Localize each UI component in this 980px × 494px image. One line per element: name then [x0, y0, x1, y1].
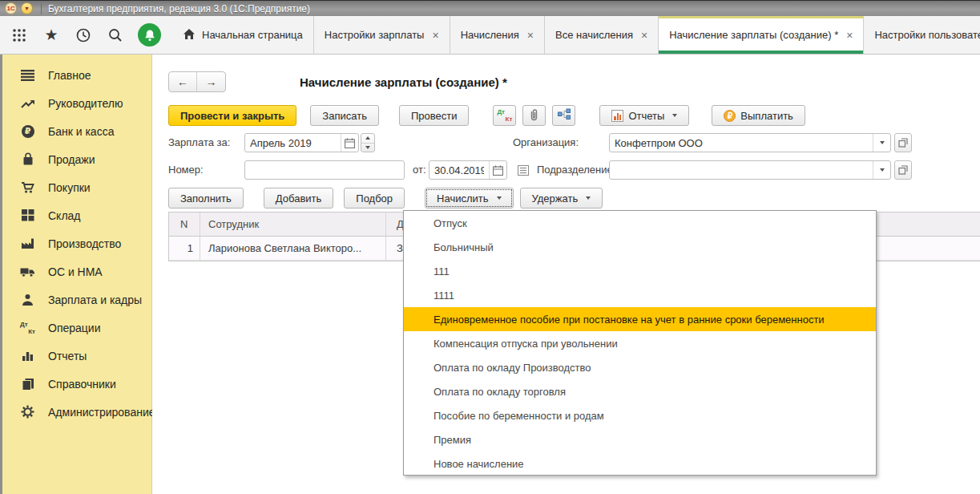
post-and-close-button[interactable]: Провести и закрыть	[168, 105, 296, 126]
sidebar-item-os-nma[interactable]: ОС и НМА	[2, 257, 151, 285]
sidebar-item-label: Администрирование	[48, 406, 155, 419]
quick-icons: ★	[0, 16, 172, 54]
date-field[interactable]	[429, 160, 507, 180]
forward-button[interactable]: →	[197, 72, 225, 91]
menu-lines-icon	[20, 67, 35, 83]
organization-label: Организация:	[513, 133, 579, 152]
month-stepper[interactable]	[361, 133, 375, 152]
sidebar-item-main[interactable]: Главное	[2, 61, 151, 89]
ruble-coin-icon: ₽	[724, 110, 736, 122]
close-icon[interactable]: ×	[846, 29, 853, 42]
close-icon[interactable]: ×	[432, 29, 438, 42]
row-number-cell: 1	[169, 237, 200, 260]
tab-home[interactable]: Начальная страница	[172, 16, 314, 54]
calendar-icon[interactable]	[341, 134, 358, 152]
department-dropdown-arrow[interactable]	[873, 161, 890, 179]
tab-accruals[interactable]: Начисления ×	[450, 16, 545, 54]
number-input[interactable]	[245, 161, 404, 179]
column-header-employee[interactable]: Сотрудник	[200, 213, 385, 236]
menu-item-new-accrual[interactable]: Новое начисление	[404, 451, 876, 476]
attachments-button[interactable]	[522, 105, 546, 126]
department-input[interactable]	[610, 161, 873, 179]
menu-item-111[interactable]: 111	[404, 259, 876, 283]
favorites-star-icon[interactable]: ★	[42, 26, 61, 45]
dt-kt-postings-button[interactable]: ДтКт	[493, 105, 516, 126]
titlebar-menu-button[interactable]: ▼	[21, 2, 33, 14]
department-open-button[interactable]	[894, 160, 912, 180]
salary-month-field[interactable]	[244, 133, 359, 152]
close-icon[interactable]: ×	[527, 29, 534, 42]
menu-item-early-pregnancy-benefit[interactable]: Единовременное пособие при постановке на…	[404, 307, 876, 331]
save-button[interactable]: Записать	[310, 105, 379, 126]
sidebar-item-reports[interactable]: Отчеты	[2, 342, 151, 370]
sidebar-item-production[interactable]: Производство	[2, 229, 151, 257]
structure-button[interactable]	[552, 105, 575, 126]
organization-input[interactable]	[610, 134, 873, 152]
sidebar-item-label: Главное	[48, 69, 91, 82]
sidebar-item-label: Производство	[48, 237, 121, 250]
organization-field[interactable]	[609, 133, 891, 152]
withhold-button[interactable]: Удержать	[520, 188, 603, 209]
salary-month-input[interactable]	[245, 134, 341, 152]
sidebar-item-warehouse[interactable]: Склад	[2, 201, 151, 229]
menu-item-maternity-benefit[interactable]: Пособие по беременности и родам	[404, 403, 876, 427]
department-field[interactable]	[609, 160, 891, 180]
sidebar-item-bank-cash[interactable]: ₽ Банк и касса	[2, 117, 151, 145]
fill-button[interactable]: Заполнить	[168, 188, 244, 209]
menu-item-sick-leave[interactable]: Больничный	[404, 235, 876, 259]
chevron-down-icon	[672, 114, 677, 117]
tab-salary-settings[interactable]: Настройки зарплаты ×	[314, 16, 450, 54]
sidebar-item-salary-hr[interactable]: Зарплата и кадры	[2, 285, 151, 314]
history-nav: ← →	[168, 71, 226, 92]
sidebar-item-label: ОС и НМА	[48, 265, 103, 278]
menu-item-vacation[interactable]: Отпуск	[404, 211, 876, 235]
add-button[interactable]: Добавить	[264, 188, 333, 209]
number-field[interactable]	[244, 160, 405, 180]
menu-item-salary-trade[interactable]: Оплата по окладу торговля	[404, 379, 876, 403]
date-input[interactable]	[430, 161, 489, 179]
sidebar-item-label: Склад	[48, 209, 81, 222]
sidebar-item-manager[interactable]: Руководителю	[2, 89, 151, 117]
menu-item-salary-production[interactable]: Оплата по окладу Производство	[404, 355, 876, 379]
notifications-bell-icon[interactable]	[138, 23, 161, 47]
back-button[interactable]: ←	[169, 72, 197, 91]
sidebar-item-label: Операции	[48, 322, 101, 334]
form-header-fields: Зарплата за: Организация:	[152, 132, 980, 181]
accrue-button[interactable]: Начислить	[425, 188, 513, 209]
sidebar-item-purchases[interactable]: Покупки	[2, 173, 151, 201]
tab-salary-accrual-new[interactable]: Начисление зарплаты (создание) * ×	[659, 16, 864, 54]
sidebar-item-operations[interactable]: ДтКт Операции	[2, 314, 151, 342]
close-icon[interactable]: ×	[641, 29, 647, 42]
tab-label: Начисление зарплаты (создание) *	[669, 29, 838, 41]
column-header-n[interactable]: N	[169, 213, 200, 236]
number-label: Номер:	[168, 160, 204, 180]
calendar-icon[interactable]	[489, 161, 506, 179]
menu-item-bonus[interactable]: Премия	[404, 427, 876, 451]
ruble-coin-icon: ₽	[20, 124, 35, 139]
sidebar-item-sales[interactable]: Продажи	[2, 145, 151, 173]
post-button[interactable]: Провести	[399, 105, 470, 126]
organization-dropdown-arrow[interactable]	[873, 134, 890, 152]
menu-item-1111[interactable]: 1111	[404, 283, 876, 307]
step-up-button[interactable]	[361, 134, 374, 144]
sidebar-item-label: Руководителю	[48, 97, 123, 110]
employee-cell: Ларионова Светлана Викторо...	[200, 237, 385, 260]
reports-button[interactable]: Отчеты	[599, 105, 689, 126]
menu-item-vacation-compensation[interactable]: Компенсация отпуска при увольнении	[404, 331, 876, 355]
pay-button[interactable]: ₽ Выплатить	[712, 105, 805, 126]
truck-icon	[20, 264, 35, 279]
search-icon[interactable]	[106, 26, 125, 45]
organization-open-button[interactable]	[894, 133, 912, 152]
sidebar-item-administration[interactable]: Администрирование	[2, 398, 151, 426]
pick-button[interactable]: Подбор	[344, 188, 405, 209]
history-clock-icon[interactable]	[74, 26, 93, 45]
list-button[interactable]	[514, 160, 532, 180]
tab-label: Настройки пользователей и прав	[874, 29, 980, 41]
sidebar-item-directories[interactable]: Справочники	[2, 370, 151, 398]
tab-all-accruals[interactable]: Все начисления ×	[545, 16, 659, 54]
menu-grid-icon[interactable]	[10, 26, 29, 45]
tab-label: Настройки зарплаты	[325, 29, 425, 41]
step-down-button[interactable]	[361, 144, 374, 152]
books-icon	[20, 376, 35, 391]
tab-user-rights-settings[interactable]: Настройки пользователей и прав ×	[864, 16, 980, 54]
